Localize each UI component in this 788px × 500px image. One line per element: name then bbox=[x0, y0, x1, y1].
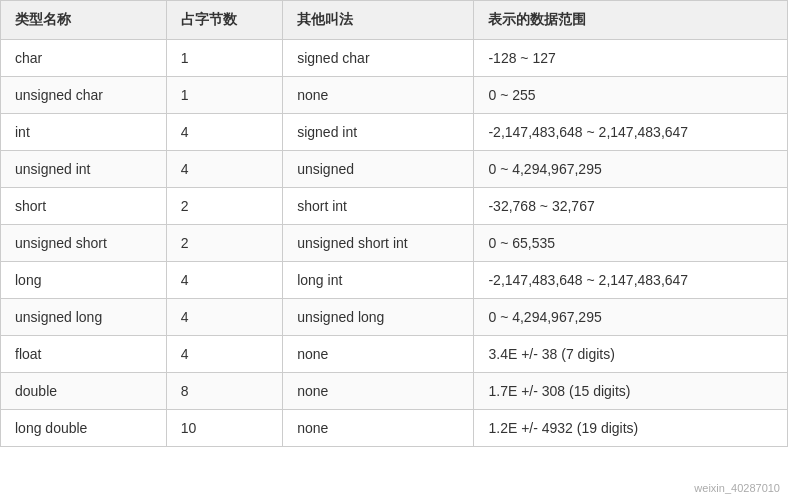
data-types-table: 类型名称 占字节数 其他叫法 表示的数据范围 char1signed char-… bbox=[0, 0, 788, 447]
table-cell: unsigned int bbox=[1, 151, 167, 188]
col-header-range: 表示的数据范围 bbox=[474, 1, 788, 40]
table-cell: int bbox=[1, 114, 167, 151]
table-cell: char bbox=[1, 40, 167, 77]
table-row: unsigned short2unsigned short int0 ~ 65,… bbox=[1, 225, 788, 262]
table-row: unsigned long4unsigned long0 ~ 4,294,967… bbox=[1, 299, 788, 336]
table-cell: unsigned bbox=[283, 151, 474, 188]
table-cell: signed int bbox=[283, 114, 474, 151]
table-cell: 8 bbox=[166, 373, 283, 410]
table-cell: float bbox=[1, 336, 167, 373]
table-cell: unsigned short bbox=[1, 225, 167, 262]
table-cell: unsigned long bbox=[283, 299, 474, 336]
table-cell: long bbox=[1, 262, 167, 299]
table-cell: 2 bbox=[166, 188, 283, 225]
table-cell: 3.4E +/- 38 (7 digits) bbox=[474, 336, 788, 373]
table-cell: 2 bbox=[166, 225, 283, 262]
table-cell: 1.7E +/- 308 (15 digits) bbox=[474, 373, 788, 410]
table-cell: short bbox=[1, 188, 167, 225]
table-row: short2short int-32,768 ~ 32,767 bbox=[1, 188, 788, 225]
table-cell: 4 bbox=[166, 262, 283, 299]
table-cell: none bbox=[283, 373, 474, 410]
table-row: double8none1.7E +/- 308 (15 digits) bbox=[1, 373, 788, 410]
table-cell: 0 ~ 4,294,967,295 bbox=[474, 299, 788, 336]
table-cell: 1.2E +/- 4932 (19 digits) bbox=[474, 410, 788, 447]
table-cell: -2,147,483,648 ~ 2,147,483,647 bbox=[474, 262, 788, 299]
table-cell: signed char bbox=[283, 40, 474, 77]
table-row: unsigned char1none0 ~ 255 bbox=[1, 77, 788, 114]
table-row: long double10none1.2E +/- 4932 (19 digit… bbox=[1, 410, 788, 447]
table-cell: none bbox=[283, 77, 474, 114]
table-cell: 4 bbox=[166, 336, 283, 373]
table-cell: none bbox=[283, 410, 474, 447]
table-row: char1signed char-128 ~ 127 bbox=[1, 40, 788, 77]
table-cell: -32,768 ~ 32,767 bbox=[474, 188, 788, 225]
table-cell: none bbox=[283, 336, 474, 373]
table-cell: double bbox=[1, 373, 167, 410]
table-row: float4none3.4E +/- 38 (7 digits) bbox=[1, 336, 788, 373]
table-cell: 4 bbox=[166, 299, 283, 336]
col-header-alias: 其他叫法 bbox=[283, 1, 474, 40]
table-cell: unsigned char bbox=[1, 77, 167, 114]
table-cell: 10 bbox=[166, 410, 283, 447]
table-cell: 0 ~ 65,535 bbox=[474, 225, 788, 262]
table-header-row: 类型名称 占字节数 其他叫法 表示的数据范围 bbox=[1, 1, 788, 40]
table-cell: long int bbox=[283, 262, 474, 299]
table-cell: 4 bbox=[166, 151, 283, 188]
watermark: weixin_40287010 bbox=[694, 482, 780, 494]
table-row: long4long int-2,147,483,648 ~ 2,147,483,… bbox=[1, 262, 788, 299]
table-cell: 1 bbox=[166, 77, 283, 114]
col-header-type: 类型名称 bbox=[1, 1, 167, 40]
table-row: unsigned int4unsigned0 ~ 4,294,967,295 bbox=[1, 151, 788, 188]
table-cell: 0 ~ 4,294,967,295 bbox=[474, 151, 788, 188]
table-cell: unsigned short int bbox=[283, 225, 474, 262]
table-row: int4signed int-2,147,483,648 ~ 2,147,483… bbox=[1, 114, 788, 151]
table-cell: 0 ~ 255 bbox=[474, 77, 788, 114]
table-cell: unsigned long bbox=[1, 299, 167, 336]
table-cell: 4 bbox=[166, 114, 283, 151]
table-cell: long double bbox=[1, 410, 167, 447]
table-cell: short int bbox=[283, 188, 474, 225]
table-cell: 1 bbox=[166, 40, 283, 77]
table-cell: -128 ~ 127 bbox=[474, 40, 788, 77]
col-header-bytes: 占字节数 bbox=[166, 1, 283, 40]
table-cell: -2,147,483,648 ~ 2,147,483,647 bbox=[474, 114, 788, 151]
